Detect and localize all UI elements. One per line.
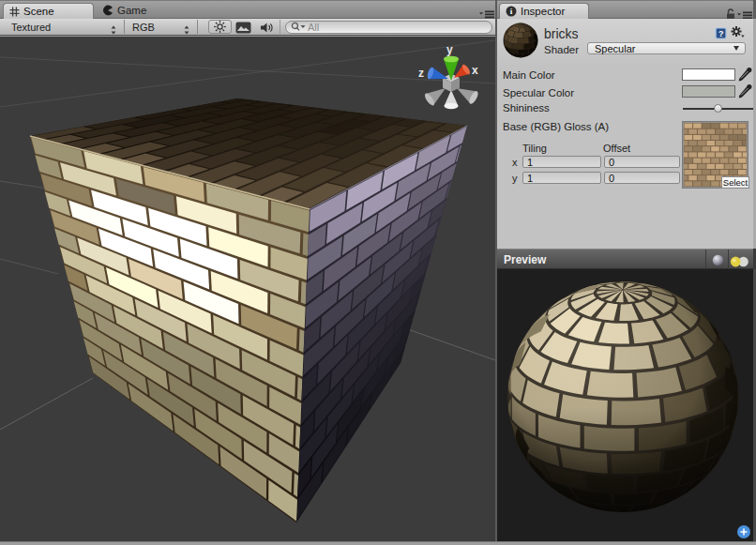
svg-text:x: x xyxy=(472,64,478,77)
svg-text:?: ? xyxy=(718,29,724,38)
svg-text:y: y xyxy=(446,43,453,56)
svg-text:z: z xyxy=(418,67,424,80)
